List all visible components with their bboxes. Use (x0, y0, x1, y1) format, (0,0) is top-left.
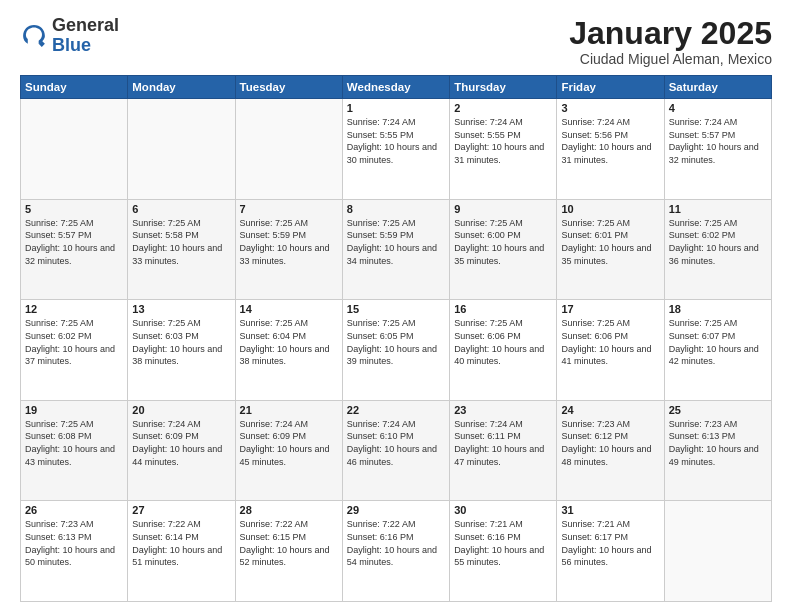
day-number: 30 (454, 504, 552, 516)
calendar-cell: 6Sunrise: 7:25 AM Sunset: 5:58 PM Daylig… (128, 199, 235, 300)
day-number: 15 (347, 303, 445, 315)
calendar-cell: 17Sunrise: 7:25 AM Sunset: 6:06 PM Dayli… (557, 300, 664, 401)
day-number: 28 (240, 504, 338, 516)
calendar-cell: 5Sunrise: 7:25 AM Sunset: 5:57 PM Daylig… (21, 199, 128, 300)
day-info: Sunrise: 7:24 AM Sunset: 5:55 PM Dayligh… (347, 116, 445, 166)
day-number: 4 (669, 102, 767, 114)
day-number: 2 (454, 102, 552, 114)
calendar-cell: 14Sunrise: 7:25 AM Sunset: 6:04 PM Dayli… (235, 300, 342, 401)
month-title: January 2025 (569, 16, 772, 51)
calendar-cell: 20Sunrise: 7:24 AM Sunset: 6:09 PM Dayli… (128, 400, 235, 501)
calendar-cell: 13Sunrise: 7:25 AM Sunset: 6:03 PM Dayli… (128, 300, 235, 401)
day-info: Sunrise: 7:25 AM Sunset: 6:08 PM Dayligh… (25, 418, 123, 468)
day-number: 24 (561, 404, 659, 416)
day-number: 9 (454, 203, 552, 215)
calendar-cell: 15Sunrise: 7:25 AM Sunset: 6:05 PM Dayli… (342, 300, 449, 401)
day-number: 20 (132, 404, 230, 416)
day-info: Sunrise: 7:25 AM Sunset: 6:03 PM Dayligh… (132, 317, 230, 367)
calendar-cell: 31Sunrise: 7:21 AM Sunset: 6:17 PM Dayli… (557, 501, 664, 602)
title-block: January 2025 Ciudad Miguel Aleman, Mexic… (569, 16, 772, 67)
day-info: Sunrise: 7:22 AM Sunset: 6:15 PM Dayligh… (240, 518, 338, 568)
day-number: 10 (561, 203, 659, 215)
day-number: 8 (347, 203, 445, 215)
calendar-cell (21, 99, 128, 200)
day-info: Sunrise: 7:24 AM Sunset: 5:55 PM Dayligh… (454, 116, 552, 166)
logo: General Blue (20, 16, 119, 56)
day-number: 16 (454, 303, 552, 315)
calendar-week-row: 1Sunrise: 7:24 AM Sunset: 5:55 PM Daylig… (21, 99, 772, 200)
calendar-cell: 27Sunrise: 7:22 AM Sunset: 6:14 PM Dayli… (128, 501, 235, 602)
day-info: Sunrise: 7:25 AM Sunset: 6:01 PM Dayligh… (561, 217, 659, 267)
day-number: 1 (347, 102, 445, 114)
calendar-cell: 30Sunrise: 7:21 AM Sunset: 6:16 PM Dayli… (450, 501, 557, 602)
day-number: 14 (240, 303, 338, 315)
calendar-cell: 28Sunrise: 7:22 AM Sunset: 6:15 PM Dayli… (235, 501, 342, 602)
day-info: Sunrise: 7:25 AM Sunset: 6:05 PM Dayligh… (347, 317, 445, 367)
day-info: Sunrise: 7:25 AM Sunset: 6:02 PM Dayligh… (25, 317, 123, 367)
day-number: 29 (347, 504, 445, 516)
calendar-cell: 4Sunrise: 7:24 AM Sunset: 5:57 PM Daylig… (664, 99, 771, 200)
day-number: 3 (561, 102, 659, 114)
day-info: Sunrise: 7:22 AM Sunset: 6:16 PM Dayligh… (347, 518, 445, 568)
day-number: 27 (132, 504, 230, 516)
calendar-cell: 23Sunrise: 7:24 AM Sunset: 6:11 PM Dayli… (450, 400, 557, 501)
day-info: Sunrise: 7:25 AM Sunset: 6:06 PM Dayligh… (454, 317, 552, 367)
calendar-cell: 1Sunrise: 7:24 AM Sunset: 5:55 PM Daylig… (342, 99, 449, 200)
day-info: Sunrise: 7:23 AM Sunset: 6:13 PM Dayligh… (25, 518, 123, 568)
day-info: Sunrise: 7:24 AM Sunset: 6:11 PM Dayligh… (454, 418, 552, 468)
calendar-cell: 16Sunrise: 7:25 AM Sunset: 6:06 PM Dayli… (450, 300, 557, 401)
day-info: Sunrise: 7:24 AM Sunset: 6:10 PM Dayligh… (347, 418, 445, 468)
day-info: Sunrise: 7:23 AM Sunset: 6:12 PM Dayligh… (561, 418, 659, 468)
weekday-header-saturday: Saturday (664, 76, 771, 99)
day-info: Sunrise: 7:25 AM Sunset: 5:59 PM Dayligh… (347, 217, 445, 267)
calendar-cell: 3Sunrise: 7:24 AM Sunset: 5:56 PM Daylig… (557, 99, 664, 200)
calendar-week-row: 5Sunrise: 7:25 AM Sunset: 5:57 PM Daylig… (21, 199, 772, 300)
calendar-cell: 25Sunrise: 7:23 AM Sunset: 6:13 PM Dayli… (664, 400, 771, 501)
calendar-cell: 12Sunrise: 7:25 AM Sunset: 6:02 PM Dayli… (21, 300, 128, 401)
day-number: 19 (25, 404, 123, 416)
day-number: 6 (132, 203, 230, 215)
weekday-header-friday: Friday (557, 76, 664, 99)
logo-general-text: General (52, 15, 119, 35)
calendar-cell (128, 99, 235, 200)
day-info: Sunrise: 7:23 AM Sunset: 6:13 PM Dayligh… (669, 418, 767, 468)
weekday-header-tuesday: Tuesday (235, 76, 342, 99)
weekday-header-row: SundayMondayTuesdayWednesdayThursdayFrid… (21, 76, 772, 99)
weekday-header-wednesday: Wednesday (342, 76, 449, 99)
day-info: Sunrise: 7:24 AM Sunset: 5:57 PM Dayligh… (669, 116, 767, 166)
day-number: 21 (240, 404, 338, 416)
day-info: Sunrise: 7:25 AM Sunset: 6:07 PM Dayligh… (669, 317, 767, 367)
day-number: 11 (669, 203, 767, 215)
logo-icon (20, 22, 48, 50)
day-info: Sunrise: 7:25 AM Sunset: 6:02 PM Dayligh… (669, 217, 767, 267)
calendar-week-row: 26Sunrise: 7:23 AM Sunset: 6:13 PM Dayli… (21, 501, 772, 602)
calendar-cell: 19Sunrise: 7:25 AM Sunset: 6:08 PM Dayli… (21, 400, 128, 501)
calendar-cell: 24Sunrise: 7:23 AM Sunset: 6:12 PM Dayli… (557, 400, 664, 501)
day-number: 12 (25, 303, 123, 315)
day-info: Sunrise: 7:24 AM Sunset: 5:56 PM Dayligh… (561, 116, 659, 166)
day-number: 26 (25, 504, 123, 516)
day-number: 31 (561, 504, 659, 516)
calendar-cell: 10Sunrise: 7:25 AM Sunset: 6:01 PM Dayli… (557, 199, 664, 300)
weekday-header-thursday: Thursday (450, 76, 557, 99)
calendar-cell: 29Sunrise: 7:22 AM Sunset: 6:16 PM Dayli… (342, 501, 449, 602)
calendar-cell: 11Sunrise: 7:25 AM Sunset: 6:02 PM Dayli… (664, 199, 771, 300)
day-info: Sunrise: 7:25 AM Sunset: 6:04 PM Dayligh… (240, 317, 338, 367)
calendar-week-row: 19Sunrise: 7:25 AM Sunset: 6:08 PM Dayli… (21, 400, 772, 501)
calendar-cell: 18Sunrise: 7:25 AM Sunset: 6:07 PM Dayli… (664, 300, 771, 401)
day-number: 18 (669, 303, 767, 315)
calendar-cell (664, 501, 771, 602)
day-info: Sunrise: 7:25 AM Sunset: 5:59 PM Dayligh… (240, 217, 338, 267)
day-number: 22 (347, 404, 445, 416)
day-info: Sunrise: 7:21 AM Sunset: 6:17 PM Dayligh… (561, 518, 659, 568)
location: Ciudad Miguel Aleman, Mexico (569, 51, 772, 67)
calendar-cell: 21Sunrise: 7:24 AM Sunset: 6:09 PM Dayli… (235, 400, 342, 501)
calendar-table: SundayMondayTuesdayWednesdayThursdayFrid… (20, 75, 772, 602)
header: General Blue January 2025 Ciudad Miguel … (20, 16, 772, 67)
calendar-cell: 8Sunrise: 7:25 AM Sunset: 5:59 PM Daylig… (342, 199, 449, 300)
day-number: 23 (454, 404, 552, 416)
day-info: Sunrise: 7:24 AM Sunset: 6:09 PM Dayligh… (132, 418, 230, 468)
day-number: 13 (132, 303, 230, 315)
calendar-cell: 2Sunrise: 7:24 AM Sunset: 5:55 PM Daylig… (450, 99, 557, 200)
page: General Blue January 2025 Ciudad Miguel … (0, 0, 792, 612)
